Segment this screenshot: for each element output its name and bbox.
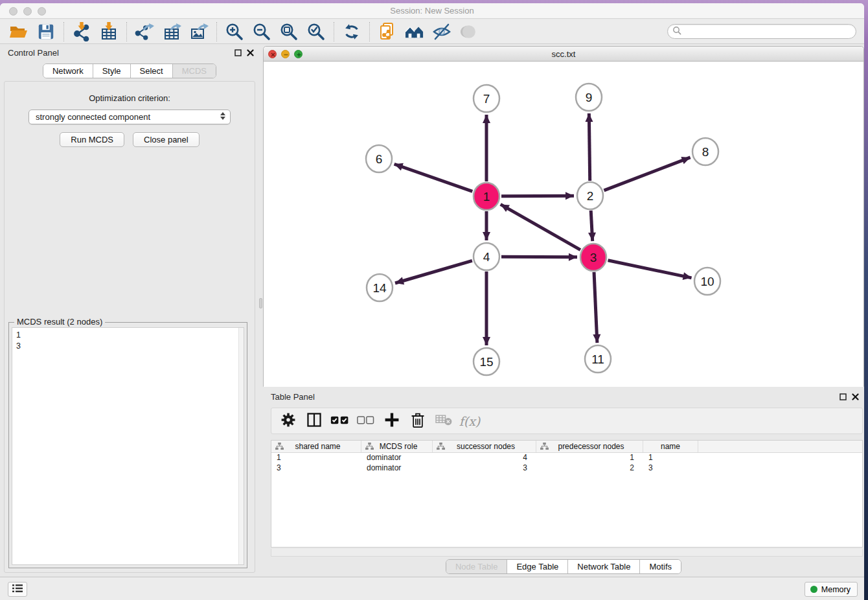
node-8[interactable]: 8 xyxy=(692,138,718,165)
zoom-out-button[interactable] xyxy=(248,21,275,42)
node-7[interactable]: 7 xyxy=(474,85,499,112)
column-header-predecessor-nodes[interactable]: predecessor nodes xyxy=(536,441,643,452)
close-table-panel-icon[interactable] xyxy=(852,393,859,402)
memory-button[interactable]: Memory xyxy=(805,582,858,597)
select-all-button[interactable] xyxy=(328,411,352,432)
run-mcds-button[interactable]: Run MCDS xyxy=(60,132,124,147)
edge-4-3[interactable] xyxy=(501,257,577,257)
cell-successor-nodes[interactable]: 4 xyxy=(433,453,536,463)
toolbar-divider xyxy=(369,22,370,41)
columns-icon xyxy=(306,411,323,430)
mcds-panel: Optimization criterion: strongly connect… xyxy=(4,81,255,573)
network-from-selection-button[interactable] xyxy=(374,21,401,42)
delete-row-button[interactable] xyxy=(406,411,429,432)
edge-2-9[interactable] xyxy=(589,113,589,181)
task-history-button[interactable] xyxy=(8,582,27,597)
node-6[interactable]: 6 xyxy=(366,145,392,172)
tab-motifs[interactable]: Motifs xyxy=(640,560,681,573)
column-header-successor-nodes[interactable]: successor nodes xyxy=(433,441,536,452)
zoom-in-button[interactable] xyxy=(221,21,248,42)
show-hidden-icon xyxy=(460,23,478,41)
edge-3-11[interactable] xyxy=(594,272,597,343)
export-network-button[interactable] xyxy=(131,21,158,42)
node-15[interactable]: 15 xyxy=(474,348,499,375)
import-network-button[interactable] xyxy=(68,21,95,42)
home-button[interactable] xyxy=(401,21,428,42)
save-icon xyxy=(37,23,55,41)
delete-table-button xyxy=(432,411,455,432)
tab-network[interactable]: Network xyxy=(43,64,93,78)
cell-MCDS-role[interactable]: dominator xyxy=(361,463,433,474)
export-image-button[interactable] xyxy=(185,21,212,42)
table-panel-title: Table Panel xyxy=(271,392,315,402)
open-button[interactable] xyxy=(5,21,32,42)
node-4[interactable]: 4 xyxy=(474,243,499,270)
cell-MCDS-role[interactable]: dominator xyxy=(361,453,433,463)
node-14[interactable]: 14 xyxy=(367,274,393,301)
zoom-selected-button[interactable] xyxy=(303,21,330,42)
edge-3-10[interactable] xyxy=(608,260,692,278)
node-3[interactable]: 3 xyxy=(580,244,606,271)
cell-predecessor-nodes[interactable]: 1 xyxy=(536,453,643,463)
edge-1-6[interactable] xyxy=(394,164,473,191)
node-9[interactable]: 9 xyxy=(576,84,602,111)
close-panel-button[interactable]: Close panel xyxy=(133,132,200,147)
edge-1-2[interactable] xyxy=(501,196,574,196)
cell-successor-nodes[interactable]: 3 xyxy=(433,463,536,474)
save-button[interactable] xyxy=(32,21,60,42)
tab-node-table[interactable]: Node Table xyxy=(446,560,508,573)
edge-3-1[interactable] xyxy=(501,204,580,249)
column-header-name[interactable]: name xyxy=(643,441,698,452)
float-table-panel-icon[interactable] xyxy=(839,393,847,402)
hide-selected-button[interactable] xyxy=(428,21,455,42)
columns-button[interactable] xyxy=(303,411,326,432)
zoom-fit-icon xyxy=(279,22,299,41)
refresh-icon xyxy=(343,23,361,41)
node-label: 6 xyxy=(376,152,383,166)
table-scroll-area[interactable] xyxy=(271,549,863,557)
table-row[interactable]: 1dominator411 xyxy=(271,453,862,463)
edge-4-14[interactable] xyxy=(395,260,472,283)
tab-network-table[interactable]: Network Table xyxy=(568,560,640,573)
node-10[interactable]: 10 xyxy=(694,268,720,295)
node-11[interactable]: 11 xyxy=(585,345,611,373)
edge-2-8[interactable] xyxy=(604,157,690,190)
zoom-fit-button[interactable] xyxy=(275,21,303,42)
vertical-splitter-handle[interactable] xyxy=(259,298,262,308)
node-1[interactable]: 1 xyxy=(474,183,499,210)
cell-name[interactable]: 3 xyxy=(643,463,698,474)
cell-name[interactable]: 1 xyxy=(643,453,698,463)
mcds-result-text: 1 3 xyxy=(16,330,234,352)
close-panel-icon[interactable] xyxy=(247,49,254,58)
deselect-all-button[interactable] xyxy=(354,411,378,432)
settings-icon xyxy=(280,411,297,430)
toolbar-divider xyxy=(126,22,127,41)
edge-2-3[interactable] xyxy=(591,211,592,241)
node-2[interactable]: 2 xyxy=(577,182,603,209)
network-title: scc.txt xyxy=(264,49,863,59)
add-row-button[interactable] xyxy=(380,411,404,432)
table-row[interactable]: 3dominator323 xyxy=(271,463,862,474)
tab-select[interactable]: Select xyxy=(131,64,173,78)
column-header-MCDS-role[interactable]: MCDS role xyxy=(361,441,433,452)
cell-shared-name[interactable]: 1 xyxy=(271,453,361,463)
tab-mcds[interactable]: MCDS xyxy=(173,64,216,78)
tab-style[interactable]: Style xyxy=(93,64,131,78)
cell-shared-name[interactable]: 3 xyxy=(271,463,361,474)
refresh-button[interactable] xyxy=(338,21,365,42)
column-header-label: shared name xyxy=(295,442,340,451)
mcds-result-textarea[interactable]: 1 3 xyxy=(12,327,244,565)
import-table-button[interactable] xyxy=(95,21,122,42)
network-canvas[interactable]: 7968124314101511 xyxy=(264,62,863,387)
export-table-button[interactable] xyxy=(158,21,185,42)
result-scrollbar[interactable] xyxy=(238,328,244,564)
tab-edge-table[interactable]: Edge Table xyxy=(507,560,568,573)
network-view-window: scc.txt 7968124314101511 xyxy=(263,46,864,387)
table-header-row: shared nameMCDS rolesuccessor nodesprede… xyxy=(271,441,862,453)
search-input[interactable] xyxy=(681,25,856,38)
column-header-shared-name[interactable]: shared name xyxy=(271,441,361,452)
cell-predecessor-nodes[interactable]: 2 xyxy=(536,463,643,474)
optimization-criterion-select[interactable]: strongly connected component xyxy=(29,110,231,124)
settings-button[interactable] xyxy=(277,411,300,432)
float-panel-icon[interactable] xyxy=(234,49,242,58)
